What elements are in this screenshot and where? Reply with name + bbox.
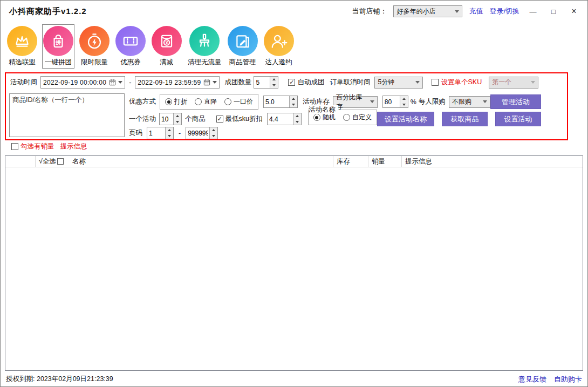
radio-custom-name[interactable]: 自定义 (343, 113, 372, 122)
header-cell-sales: 销量 (368, 156, 402, 167)
spin-down-icon[interactable] (166, 133, 173, 139)
auto-group-checkbox[interactable]: 自动成团 (288, 78, 324, 87)
checkbox-checked-icon[interactable] (288, 79, 295, 86)
stock-type-select[interactable]: 百分比库存 (333, 96, 378, 108)
radio-selected-icon[interactable] (313, 114, 320, 121)
toolbar-item-full-reduction[interactable]: ¥ 满减 (151, 24, 183, 69)
buy-card-link[interactable]: 自助购卡 (554, 375, 582, 384)
product-id-input[interactable] (9, 93, 125, 137)
group-qty-input[interactable] (254, 77, 270, 88)
spin-down-icon[interactable] (293, 119, 301, 125)
chevron-down-icon[interactable] (118, 81, 122, 84)
chevron-down-icon (370, 100, 374, 103)
shop-select[interactable]: 好多年的小店 (393, 5, 462, 17)
login-switch-link[interactable]: 登录/切换 (489, 6, 519, 16)
page-end-stepper[interactable] (186, 127, 218, 139)
toolbar-item-label: 限时限量 (81, 58, 108, 67)
select-all-checkbox[interactable] (57, 158, 64, 165)
min-sku-stepper[interactable] (267, 113, 302, 125)
title-bar: 小抖商家助手v1.2.2 当前店铺： 好多年的小店 充值 登录/切换 — □ × (1, 1, 587, 22)
has-sales-checkbox[interactable]: 勾选有销量 (11, 142, 54, 151)
header-cell-name: √全选 名称 (36, 156, 333, 167)
toolbar-item-influencer-invite[interactable]: 达人邀约 (263, 24, 295, 69)
radio-selected-icon[interactable] (165, 98, 172, 105)
select-all-label[interactable]: √全选 (39, 157, 56, 166)
per-activity-input[interactable] (160, 113, 173, 125)
spin-up-icon[interactable] (174, 113, 181, 119)
single-sku-checkbox[interactable]: 设置单个SKU (432, 78, 482, 87)
end-date-picker[interactable]: 2022-09-19 23:59:59 (135, 76, 220, 89)
maximize-button[interactable]: □ (546, 8, 560, 16)
checkbox-unchecked-icon[interactable] (11, 143, 18, 150)
spin-down-icon[interactable] (270, 83, 278, 89)
toolbar-item-coupon[interactable]: 优惠券 (114, 24, 147, 69)
status-bar: 授权到期: 2023年02月09日21:23:39 意见反馈 自助购卡 (1, 372, 587, 386)
set-activity-button[interactable]: 设置活动 (495, 112, 541, 126)
spin-up-icon[interactable] (166, 127, 173, 133)
radio-icon[interactable] (224, 98, 231, 105)
get-products-button[interactable]: 获取商品 (442, 112, 488, 126)
activity-name-group: 活动名称 随机 自定义 (308, 110, 377, 125)
manage-activity-button[interactable]: 管理活动 (490, 94, 541, 109)
spin-up-icon[interactable] (270, 77, 278, 83)
discount-mode-label: 优惠方式 (129, 97, 156, 106)
recharge-link[interactable]: 充值 (469, 6, 483, 16)
page-range-dash: - (179, 130, 181, 137)
min-sku-input[interactable] (268, 113, 293, 125)
stock-value-stepper[interactable] (382, 96, 408, 108)
page-label: 页码 (129, 128, 142, 138)
spin-up-icon[interactable] (290, 96, 297, 102)
per-activity-label: 一个活动 (129, 114, 156, 124)
toolbar-item-label: 清理无流量 (188, 58, 222, 67)
per-activity-suffix: 个商品 (185, 114, 206, 124)
per-person-limit-label: 每人限购 (419, 97, 446, 106)
min-sku-discount-checkbox[interactable]: 最低sku折扣 (216, 114, 263, 124)
toolbar-item-one-key-group-buy[interactable]: 拼 一键拼团 (42, 24, 74, 69)
group-qty-label: 成团数量 (224, 78, 251, 87)
discount-value-input[interactable] (264, 96, 289, 107)
page-end-input[interactable] (186, 127, 209, 139)
checkbox-unchecked-icon[interactable] (432, 79, 439, 86)
toolbar-item-featured-alliance[interactable]: 精选联盟 (6, 24, 38, 69)
order-cancel-select[interactable]: 5分钟 (374, 77, 423, 89)
radio-icon[interactable] (343, 114, 350, 121)
person-plus-icon (270, 32, 288, 50)
red-envelope-icon: ¥ (158, 32, 176, 50)
toolbar-item-clean-no-traffic[interactable]: 清理无流量 (187, 24, 223, 69)
page-start-stepper[interactable] (147, 127, 174, 139)
spin-up-icon[interactable] (210, 127, 217, 133)
radio-fixed-price[interactable]: 一口价 (224, 97, 253, 106)
spin-down-icon[interactable] (210, 133, 217, 139)
crown-icon (13, 32, 31, 50)
toolbar-item-product-management[interactable]: 商品管理 (227, 24, 259, 69)
radio-discount[interactable]: 打折 (165, 97, 187, 106)
close-button[interactable]: × (567, 6, 581, 16)
radio-direct-drop[interactable]: 直降 (195, 97, 217, 106)
calendar-icon (203, 79, 210, 86)
stock-value-input[interactable] (383, 96, 400, 107)
toolbar-item-label: 满减 (160, 58, 174, 67)
checkbox-checked-icon[interactable] (216, 116, 223, 123)
spin-down-icon[interactable] (174, 119, 181, 125)
per-activity-stepper[interactable] (159, 113, 182, 125)
discount-value-stepper[interactable] (263, 96, 298, 108)
set-activity-name-button[interactable]: 设置活动名称 (377, 112, 434, 126)
group-qty-stepper[interactable] (254, 76, 278, 89)
toolbar-item-label: 商品管理 (229, 58, 256, 67)
spin-up-icon[interactable] (400, 96, 408, 102)
start-date-picker[interactable]: 2022-09-19 00:00:00 (40, 76, 125, 89)
spin-down-icon[interactable] (400, 102, 408, 108)
per-person-limit-select[interactable]: 不限购 (449, 96, 490, 108)
license-expiry-text: 授权到期: 2023年02月09日21:23:39 (6, 375, 113, 384)
spin-up-icon[interactable] (293, 113, 301, 119)
feedback-link[interactable]: 意见反馈 (518, 375, 546, 384)
page-start-input[interactable] (147, 127, 165, 139)
header-cell-tip: 提示信息 (402, 156, 583, 167)
toolbar-item-limited-time-qty[interactable]: 限时限量 (78, 24, 111, 69)
spin-down-icon[interactable] (290, 102, 297, 108)
chevron-down-icon (455, 10, 459, 13)
app-window: 小抖商家助手v1.2.2 当前店铺： 好多年的小店 充值 登录/切换 — □ ×… (0, 0, 588, 387)
minimize-button[interactable]: — (526, 8, 540, 16)
radio-icon[interactable] (195, 98, 202, 105)
chevron-down-icon[interactable] (213, 81, 217, 84)
